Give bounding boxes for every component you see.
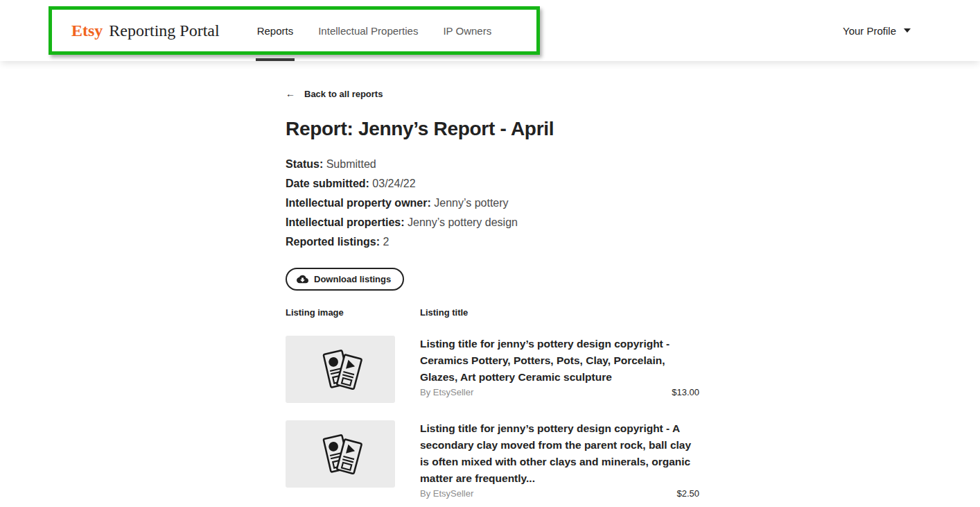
back-to-all-reports-link[interactable]: ← Back to all reports <box>286 88 383 99</box>
status-value: Submitted <box>326 158 376 170</box>
ip-properties-line: Intellectual properties: Jenny’s pottery… <box>286 213 700 232</box>
ip-owner-label: Intellectual property owner: <box>286 197 434 209</box>
ip-properties-value: Jenny’s pottery design <box>408 216 518 228</box>
portal-title-text: Reporting Portal <box>109 22 219 40</box>
date-submitted-value: 03/24/22 <box>372 178 415 189</box>
download-listings-button[interactable]: Download listings <box>286 268 404 291</box>
reported-listings-label: Reported listings: <box>286 236 383 248</box>
ip-owner-line: Intellectual property owner: Jenny’s pot… <box>286 194 700 213</box>
ip-owner-value: Jenny’s pottery <box>434 197 508 209</box>
status-line: Status: Submitted <box>286 155 700 174</box>
back-link-label: Back to all reports <box>304 89 383 99</box>
reported-listings-line: Reported listings: 2 <box>286 232 700 252</box>
status-label: Status: <box>286 158 326 170</box>
placeholder-cards-icon <box>310 426 370 483</box>
main-nav: Reports Intellectual Properties IP Owner… <box>245 0 505 61</box>
nav-tab-reports-label: Reports <box>257 25 294 37</box>
listing-price: $2.50 <box>676 487 699 501</box>
col-header-listing-image: Listing image <box>286 307 420 318</box>
listing-row: Listing title for jenny’s pottery design… <box>286 336 700 403</box>
nav-tab-ip-owners-label: IP Owners <box>443 25 491 37</box>
listing-seller: By EtsySeller <box>420 487 473 501</box>
etsy-logo[interactable]: Etsy Reporting Portal <box>71 22 220 40</box>
reported-listings-value: 2 <box>383 236 389 248</box>
page-title: Report: Jenny’s Report - April <box>286 118 700 140</box>
your-profile-label: Your Profile <box>843 25 896 37</box>
listing-title-link[interactable]: Listing title for jenny’s pottery design… <box>420 420 692 487</box>
listing-title-link[interactable]: Listing title for jenny’s pottery design… <box>420 336 692 386</box>
col-header-listing-title: Listing title <box>420 307 699 318</box>
chevron-down-icon <box>904 28 911 33</box>
listing-seller: By EtsySeller <box>420 386 473 399</box>
etsy-brand-text: Etsy <box>71 22 103 40</box>
ip-properties-label: Intellectual properties: <box>286 216 408 228</box>
listing-image-placeholder[interactable] <box>286 336 395 403</box>
date-submitted-line: Date submitted: 03/24/22 <box>286 174 700 194</box>
date-submitted-label: Date submitted: <box>286 178 372 189</box>
nav-tab-ip-owners[interactable]: IP Owners <box>430 0 504 61</box>
cloud-download-icon <box>297 273 308 285</box>
top-navigation-bar: Etsy Reporting Portal Reports Intellectu… <box>0 0 980 61</box>
listing-row: Listing title for jenny’s pottery design… <box>286 420 700 501</box>
nav-tab-reports[interactable]: Reports <box>245 0 306 61</box>
nav-tab-intellectual-properties[interactable]: Intellectual Properties <box>306 0 430 61</box>
listing-image-placeholder[interactable] <box>286 420 395 488</box>
download-listings-label: Download listings <box>314 274 391 284</box>
nav-tab-intellectual-properties-label: Intellectual Properties <box>318 25 418 37</box>
listing-price: $13.00 <box>672 386 699 399</box>
placeholder-cards-icon <box>310 341 370 398</box>
listing-table-header: Listing image Listing title <box>286 307 700 318</box>
left-arrow-icon: ← <box>286 88 295 99</box>
report-detail-page: ← Back to all reports Report: Jenny’s Re… <box>0 61 700 501</box>
your-profile-menu[interactable]: Your Profile <box>843 25 911 37</box>
